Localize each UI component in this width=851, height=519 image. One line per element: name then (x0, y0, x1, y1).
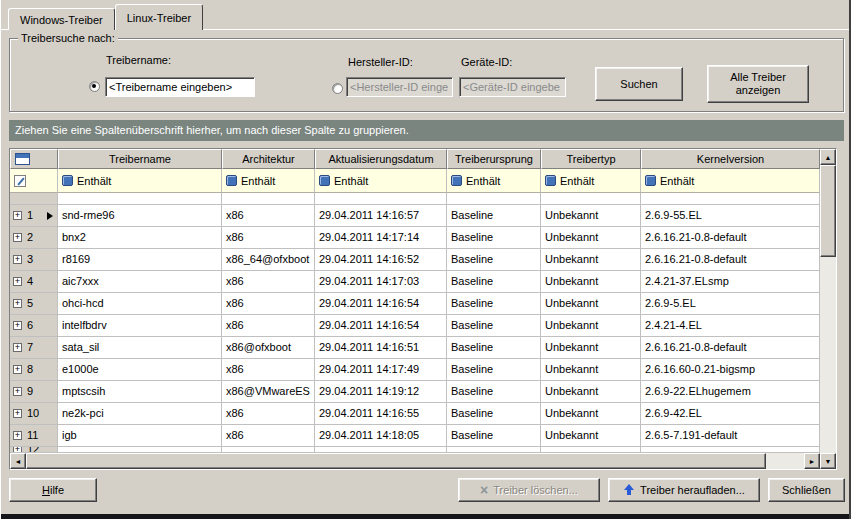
table-row[interactable]: + 4 aic7xxx x86 29.04.2011 14:17:03 Base… (10, 271, 820, 293)
vertical-scrollbar[interactable]: ▲ ▼ (820, 149, 836, 469)
expand-icon[interactable]: + (13, 299, 22, 308)
search-button[interactable]: Suchen (595, 67, 683, 101)
cell-aktualisierungsdatum: 29.04.2011 14:16:54 (315, 293, 447, 315)
table-row[interactable]: + 7 sata_sil x86@ofxboot 29.04.2011 14:1… (10, 337, 820, 359)
help-button[interactable]: Hilfe (9, 478, 97, 502)
search-button-label: Suchen (620, 78, 657, 90)
scroll-right-button[interactable]: ► (804, 453, 820, 469)
group-by-panel[interactable]: Ziehen Sie eine Spaltenüberschrift hierh… (9, 120, 844, 141)
row-indicator-cell[interactable]: + 9 (10, 381, 58, 403)
expand-icon[interactable]: + (13, 211, 22, 220)
row-indicator-header[interactable] (10, 149, 58, 169)
cell-treibertyp: Unbekannt (541, 425, 641, 447)
filter-icon[interactable] (226, 175, 237, 186)
horizontal-scroll-track[interactable] (766, 453, 804, 469)
row-indicator-cell[interactable]: + 8 (10, 359, 58, 381)
grid-filter-row: Enthält Enthält Enthält Enthält Enthält (10, 169, 820, 193)
filter-cell-kernelversion[interactable]: Enthält (641, 169, 820, 193)
filter-icon[interactable] (451, 175, 462, 186)
delete-driver-button[interactable]: × Treiber löschen... (458, 478, 600, 502)
search-by-name-radio[interactable] (89, 81, 100, 92)
upload-driver-button[interactable]: Treiber heraufladen... (608, 478, 760, 502)
filter-cell-treiberursprung[interactable]: Enthält (447, 169, 541, 193)
tab-label: Windows-Treiber (20, 14, 103, 26)
column-header-treibername[interactable]: Treibername (58, 149, 222, 169)
table-row[interactable]: + 5 ohci-hcd x86 29.04.2011 14:16:54 Bas… (10, 293, 820, 315)
vertical-scroll-track[interactable] (820, 257, 836, 453)
horizontal-scroll-thumb[interactable] (26, 453, 766, 469)
filter-icon[interactable] (319, 175, 330, 186)
row-indicator-cell[interactable]: + 5 (10, 293, 58, 315)
drivername-input[interactable] (105, 77, 255, 97)
row-indicator-cell[interactable]: + 4 (10, 271, 58, 293)
scroll-up-button[interactable]: ▲ (820, 149, 836, 165)
column-header-treiberursprung[interactable]: Treiberursprung (447, 149, 541, 169)
row-indicator-cell[interactable]: + 2 (10, 227, 58, 249)
table-row[interactable]: + 2 bnx2 x86 29.04.2011 14:17:14 Baselin… (10, 227, 820, 249)
expand-icon[interactable]: + (13, 387, 22, 396)
column-header-treibertyp[interactable]: Treibertyp (541, 149, 641, 169)
cell-aktualisierungsdatum: 29.04.2011 14:16:51 (315, 337, 447, 359)
filter-cell-treibertyp[interactable]: Enthält (541, 169, 641, 193)
expand-icon[interactable]: + (13, 321, 22, 330)
search-by-id-radio[interactable] (332, 83, 343, 94)
row-indicator-cell[interactable]: + 7 (10, 337, 58, 359)
cell-treibertyp: Unbekannt (541, 227, 641, 249)
row-number: 10 (27, 403, 39, 424)
show-all-drivers-button[interactable]: Alle Treiber anzeigen (707, 65, 809, 103)
scroll-left-button[interactable]: ◄ (10, 453, 26, 469)
filter-cell-treibername[interactable]: Enthält (58, 169, 222, 193)
cell-architektur: x86_64@ofxboot (222, 249, 315, 271)
column-header-kernelversion[interactable]: Kernelversion (641, 149, 820, 169)
delete-x-icon: × (480, 484, 488, 496)
filter-edit-cell[interactable] (10, 169, 58, 193)
cell-treibertyp: Unbekannt (541, 337, 641, 359)
column-header-aktualisierungsdatum[interactable]: Aktualisierungsdatum (315, 149, 447, 169)
table-row[interactable]: + 9 mptscsih x86@VMwareES 29.04.2011 14:… (10, 381, 820, 403)
row-number: 6 (27, 315, 33, 336)
table-row[interactable]: + 8 e1000e x86 29.04.2011 14:17:49 Basel… (10, 359, 820, 381)
close-button[interactable]: Schließen (768, 478, 845, 502)
expand-icon[interactable]: + (13, 343, 22, 352)
row-indicator-cell[interactable]: + 1 (10, 205, 58, 227)
filter-icon[interactable] (645, 175, 656, 186)
row-indicator-cell[interactable]: + 3 (10, 249, 58, 271)
table-row[interactable]: + 6 intelfbdrv x86 29.04.2011 14:16:54 B… (10, 315, 820, 337)
cell-architektur: x86 (222, 271, 315, 293)
expand-icon[interactable]: + (13, 365, 22, 374)
expand-icon[interactable]: + (13, 233, 22, 242)
column-chooser-icon (15, 153, 30, 165)
row-indicator-cell[interactable]: + 11 (10, 425, 58, 447)
cell-kernelversion: 2.6.9-5.EL (641, 293, 820, 315)
tab-windows-treiber[interactable]: Windows-Treiber (8, 8, 115, 30)
cell-treiberursprung: Baseline (447, 249, 541, 271)
cell-architektur: x86 (222, 403, 315, 425)
tab-linux-treiber[interactable]: Linux-Treiber (115, 4, 203, 30)
cell-kernelversion: 2.6.9-22.ELhugemem (641, 381, 820, 403)
table-row[interactable]: + 10 ne2k-pci x86 29.04.2011 14:16:55 Ba… (10, 403, 820, 425)
scroll-down-button[interactable]: ▼ (820, 453, 836, 469)
cell-architektur: x86 (222, 227, 315, 249)
expand-icon[interactable]: + (13, 409, 22, 418)
vertical-scroll-thumb[interactable] (820, 165, 836, 257)
expand-icon[interactable]: + (13, 277, 22, 286)
cell-treibername: sata_sil (58, 337, 222, 359)
filter-cell-architektur[interactable]: Enthält (222, 169, 315, 193)
device-id-input[interactable] (459, 77, 566, 97)
filter-cell-aktualisierungsdatum[interactable]: Enthält (315, 169, 447, 193)
expand-icon[interactable]: + (13, 431, 22, 440)
table-row[interactable]: + 11 igb x86 29.04.2011 14:18:05 Baselin… (10, 425, 820, 447)
row-indicator-cell[interactable]: + 10 (10, 403, 58, 425)
table-row[interactable]: + 3 r8169 x86_64@ofxboot 29.04.2011 14:1… (10, 249, 820, 271)
drivername-label: Treibername: (106, 54, 171, 66)
row-indicator-cell[interactable]: + 6 (10, 315, 58, 337)
table-row[interactable]: + 1 snd-rme96 x86 29.04.2011 14:16:57 Ba… (10, 205, 820, 227)
filter-icon[interactable] (545, 175, 556, 186)
cell-treibername: bnx2 (58, 227, 222, 249)
vendor-id-input[interactable] (346, 77, 453, 97)
filter-icon[interactable] (62, 175, 73, 186)
expand-icon[interactable]: + (13, 255, 22, 264)
filter-operator: Enthält (77, 175, 111, 187)
horizontal-scrollbar[interactable]: ◄ ► (10, 453, 820, 469)
column-header-architektur[interactable]: Architektur (222, 149, 315, 169)
